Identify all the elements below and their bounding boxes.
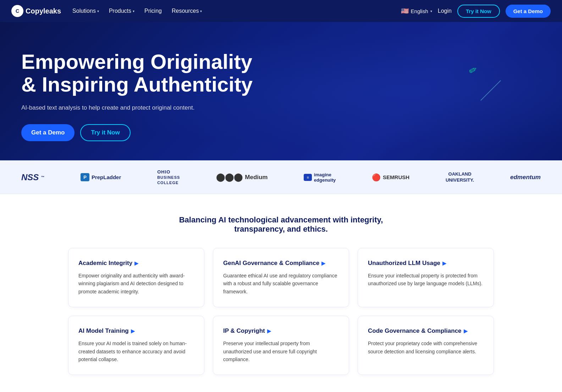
deco-line [480, 80, 501, 101]
logo-link[interactable]: C Copyleaks [11, 5, 61, 17]
nav-item-pricing[interactable]: Pricing [144, 8, 162, 14]
arrow-icon: ▶ [464, 328, 468, 334]
hero-try-button[interactable]: Try it Now [80, 124, 130, 141]
demo-button-nav[interactable]: Get a Demo [506, 5, 551, 18]
arrow-icon: ▶ [267, 328, 271, 334]
login-link[interactable]: Login [438, 8, 452, 14]
logo-nss: NSS™ [21, 172, 44, 182]
card-desc-code: Protect your proprietary code with compr… [368, 339, 484, 355]
nav-link-resources[interactable]: Resources ▾ [172, 8, 202, 14]
nav-item-solutions[interactable]: Solutions ▾ [72, 8, 99, 14]
arrow-icon: ▶ [321, 260, 325, 266]
card-desc-ip: Preserve your intellectual property from… [223, 339, 339, 363]
card-title-genai: GenAI Governance & Compliance ▶ [223, 260, 339, 267]
logos-bar: NSS™ P PrepLadder OHIOBUSINESSCOLLEGE ⬤⬤… [0, 160, 562, 194]
chevron-down-icon: ▾ [97, 9, 99, 13]
nav-link-products[interactable]: Products ▾ [109, 8, 134, 14]
card-title-code: Code Governance & Compliance ▶ [368, 327, 484, 335]
card-title-ai-model: AI Model Training ▶ [78, 327, 194, 335]
hero-section: Empowering Originality & Inspiring Authe… [0, 22, 562, 160]
card-genai-governance: GenAI Governance & Compliance ▶ Guarante… [213, 248, 349, 307]
hero-subtitle: AI-based text analysis to help create an… [21, 104, 199, 111]
logo-ohio: OHIOBUSINESSCOLLEGE [157, 169, 180, 185]
card-title-academic: Academic Integrity ▶ [78, 260, 194, 267]
nav-link-pricing[interactable]: Pricing [144, 8, 162, 14]
cards-grid: Academic Integrity ▶ Empower originality… [68, 248, 494, 375]
card-unauthorized-llm: Unauthorized LLM Usage ▶ Ensure your int… [358, 248, 494, 307]
pencil-icon: ✏ [467, 63, 479, 77]
card-academic-integrity: Academic Integrity ▶ Empower originality… [68, 248, 204, 307]
chevron-down-icon: ▾ [133, 9, 134, 13]
main-content: Balancing AI technological advancement w… [0, 194, 562, 389]
card-code-governance: Code Governance & Compliance ▶ Protect y… [358, 316, 494, 375]
logo-text: Copyleaks [26, 7, 61, 15]
section-title: Balancing AI technological advancement w… [157, 215, 405, 234]
logo-edgenuity: ≡ imagineedgenuity [304, 172, 336, 183]
try-button[interactable]: Try it Now [457, 5, 500, 18]
logo-medium: ⬤⬤⬤ Medium [216, 173, 268, 182]
card-title-llm: Unauthorized LLM Usage ▶ [368, 260, 484, 267]
flag-icon: 🇺🇸 [401, 7, 409, 15]
chevron-down-icon: ▾ [430, 9, 432, 13]
card-desc-llm: Ensure your intellectual property is pro… [368, 272, 484, 288]
card-title-ip: IP & Copyright ▶ [223, 327, 339, 335]
logo-icon: C [11, 5, 23, 17]
hero-title: Empowering Originality & Inspiring Authe… [21, 50, 277, 96]
nav-link-solutions[interactable]: Solutions ▾ [72, 8, 99, 14]
card-desc-genai: Guarantee ethical AI use and regulatory … [223, 272, 339, 296]
lang-label: English [411, 8, 428, 14]
arrow-icon: ▶ [134, 260, 138, 266]
hero-demo-button[interactable]: Get a Demo [21, 124, 75, 141]
card-ai-model-training: AI Model Training ▶ Ensure your AI model… [68, 316, 204, 375]
card-desc-ai-model: Ensure your AI model is trained solely o… [78, 339, 194, 363]
hero-content: Empowering Originality & Inspiring Authe… [21, 50, 277, 141]
arrow-icon: ▶ [131, 328, 135, 334]
navbar: C Copyleaks Solutions ▾ Products ▾ Prici… [0, 0, 562, 22]
language-selector[interactable]: 🇺🇸 English ▾ [401, 7, 432, 15]
hero-buttons: Get a Demo Try it Now [21, 124, 277, 141]
navbar-right: 🇺🇸 English ▾ Login Try it Now Get a Demo [401, 5, 551, 18]
arrow-icon: ▶ [442, 260, 446, 266]
hero-decoration: ✏ [469, 65, 491, 108]
logo-oakland: OAKLANDUNIVERSITY. [446, 171, 474, 183]
nav-item-products[interactable]: Products ▾ [109, 8, 134, 14]
nav-menu: Solutions ▾ Products ▾ Pricing Resources… [72, 8, 401, 14]
nav-item-resources[interactable]: Resources ▾ [172, 8, 202, 14]
logo-semrush: 🔴 SEMRUSH [372, 173, 409, 182]
logo-edmentum: edmentum [510, 174, 541, 181]
card-ip-copyright: IP & Copyright ▶ Preserve your intellect… [213, 316, 349, 375]
logo-prepladder: P PrepLadder [81, 173, 121, 181]
card-desc-academic: Empower originality and authenticity wit… [78, 272, 194, 296]
chevron-down-icon: ▾ [200, 9, 202, 13]
